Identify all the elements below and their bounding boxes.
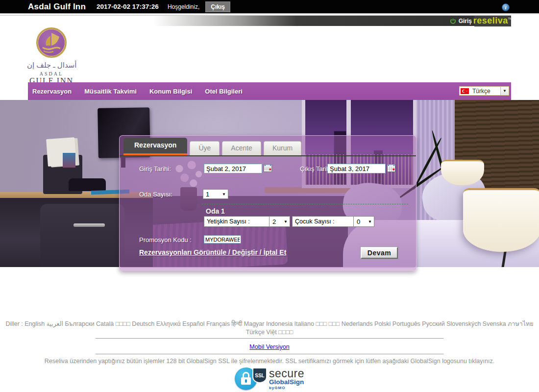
nav-item-konum-bilgisi[interactable]: Konum Bilgisi — [149, 88, 192, 95]
promo-label: Promosyon Kodu : — [139, 236, 192, 244]
manage-reservations-link[interactable]: Rezervasyonları Görüntüle / Değiştir / İ… — [139, 248, 286, 256]
chair-shape — [40, 204, 124, 267]
rooms-label: Oda Sayısı: — [139, 191, 172, 198]
checkin-calendar-icon[interactable] — [264, 164, 272, 172]
booking-tabs: Rezervasyon Üye Acente Kurum — [123, 138, 416, 155]
reseliva-logo[interactable]: reseliva TM — [474, 16, 511, 26]
login-link[interactable]: Giriş — [450, 16, 472, 26]
children-field: Çocuk Sayısı : 0 ▼ — [292, 216, 374, 227]
logout-button[interactable]: Çıkış — [205, 1, 230, 12]
nav-item-musaitlik-takvimi[interactable]: Müsaitlik Takvimi — [84, 88, 137, 95]
welcome-text: Hoşgeldiniz, — [168, 3, 199, 10]
languages-list[interactable]: Diller : English العربية Български Catal… — [5, 320, 534, 337]
logo-name-line1: ASDAL — [27, 71, 76, 76]
tab-rezervasyon[interactable]: Rezervasyon — [123, 138, 187, 155]
info-icon[interactable]: i — [502, 3, 510, 11]
children-label: Çocuk Sayısı : — [293, 218, 353, 225]
chevron-down-icon: ▼ — [368, 220, 374, 224]
power-icon — [450, 18, 456, 24]
chevron-down-icon[interactable]: ▼ — [500, 87, 509, 95]
main-navigation: Rezervasyon Müsaitlik Takvimi Konum Bilg… — [28, 82, 511, 100]
checkin-label: Giriş Tarihi: — [139, 165, 171, 172]
language-selector[interactable]: Türkçe ▼ — [459, 86, 509, 96]
rooms-select-value: 1 — [203, 191, 220, 198]
hotel-name: Asdal Gulf Inn — [28, 2, 86, 12]
logo-arabic-text: أسدال ـ جلف إن — [27, 61, 76, 70]
chevron-down-icon: ▼ — [284, 220, 290, 224]
booking-panel: Rezervasyon Üye Acente Kurum Giriş Tarih… — [119, 135, 416, 271]
tab-acente[interactable]: Acente — [222, 141, 261, 155]
checkout-calendar-icon[interactable] — [387, 164, 395, 172]
adults-select[interactable]: 2 ▼ — [269, 216, 290, 227]
checkin-input[interactable] — [204, 164, 262, 173]
top-status-bar: Asdal Gulf Inn 2017-02-02 17:37:26 Hoşge… — [0, 0, 539, 14]
nav-item-rezervasyon[interactable]: Rezervasyon — [32, 88, 72, 95]
floor-lamp-shape — [463, 188, 539, 252]
adults-label: Yetişkin Sayısı : — [204, 218, 269, 225]
promo-input[interactable] — [204, 235, 241, 244]
turkish-flag-icon — [461, 88, 469, 94]
children-select[interactable]: 0 ▼ — [353, 216, 374, 227]
chevron-down-icon: ▼ — [220, 192, 228, 196]
current-datetime: 2017-02-02 17:37:26 — [97, 3, 159, 10]
telephone-shape — [69, 178, 106, 191]
login-bar: Giriş reseliva TM — [0, 15, 511, 26]
checkout-input[interactable] — [327, 164, 386, 173]
globalsign-text: secure GlobalSign byGMO — [269, 368, 304, 390]
rooms-select[interactable]: 1 ▼ — [203, 189, 228, 199]
globalsign-by: byGMO — [269, 386, 304, 390]
postcard-shape — [63, 153, 75, 168]
nav-item-otel-bilgileri[interactable]: Otel Bilgileri — [205, 88, 243, 95]
reseliva-wordmark: reseliva — [473, 16, 508, 26]
divider — [96, 354, 443, 354]
language-value: Türkçe — [472, 88, 500, 95]
tabs-divider — [120, 155, 416, 156]
login-label: Giriş — [459, 18, 472, 24]
ssl-shield-icon: SSL — [252, 368, 267, 383]
trademark-symbol: TM — [508, 17, 513, 21]
continue-button[interactable]: Devam — [361, 247, 398, 259]
hotel-emblem-icon — [36, 27, 67, 58]
tab-uye[interactable]: Üye — [190, 141, 220, 155]
room1-title: Oda 1 — [206, 207, 225, 215]
adults-select-value: 2 — [270, 218, 284, 225]
globalsign-logo[interactable]: SSL secure GlobalSign byGMO — [0, 368, 539, 390]
hotel-logo[interactable]: أسدال ـ جلف إن ASDAL GULF INN — [27, 27, 76, 85]
children-select-value: 0 — [354, 218, 368, 225]
ssl-notice-text: Reseliva üzerinden yaptığınız bütün işle… — [5, 358, 534, 365]
room-divider — [202, 204, 408, 204]
globalsign-brand: GlobalSign — [269, 379, 304, 386]
mobile-version-link[interactable]: Mobil Versiyon — [249, 343, 289, 350]
tab-kurum[interactable]: Kurum — [264, 141, 301, 155]
secure-label: secure — [269, 368, 304, 379]
adults-field: Yetişkin Sayısı : 2 ▼ — [204, 216, 290, 227]
chair-handle-shape — [74, 223, 105, 227]
divider — [96, 338, 443, 339]
